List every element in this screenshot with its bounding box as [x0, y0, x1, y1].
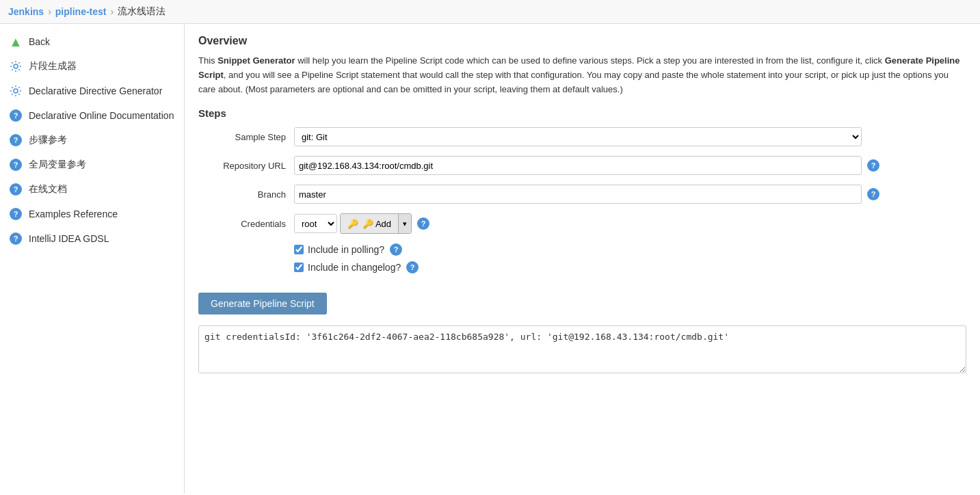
add-caret-button[interactable]: ▾ [398, 214, 411, 233]
gear-icon-2 [8, 83, 23, 98]
sidebar-item-step-reference[interactable]: ? 步骤参考 [0, 128, 184, 152]
question-icon-2: ? [8, 133, 23, 148]
include-polling-label: Include in polling? [308, 244, 384, 255]
sidebar-item-global-variables[interactable]: ? 全局变量参考 [0, 152, 184, 177]
svg-point-1 [14, 89, 18, 93]
include-polling-row: Include in polling? ? [294, 243, 966, 256]
credentials-controls: root none 🔑 🔑 Add ▾ [294, 213, 412, 234]
overview-snippet-bold: Snippet Generator [217, 55, 295, 66]
branch-row: Branch ? [198, 185, 966, 204]
changelog-help-icon[interactable]: ? [406, 261, 419, 273]
sidebar: ▲ Back 片段生成器 Declarative Directive Gener… [0, 24, 185, 494]
key-icon: 🔑 [347, 219, 358, 229]
sidebar-online-docs-label: 在线文档 [29, 183, 67, 196]
back-icon: ▲ [8, 34, 23, 49]
branch-label: Branch [198, 189, 294, 200]
sidebar-snippet-label: 片段生成器 [29, 60, 77, 72]
sidebar-step-reference-label: 步骤参考 [29, 134, 67, 146]
overview-text-mid1: will help you learn the Pipeline Script … [295, 55, 885, 66]
breadcrumb-sep-2: › [110, 6, 114, 17]
repository-url-row: Repository URL ? [198, 156, 966, 175]
main-content: Overview This Snippet Generator will hel… [185, 24, 980, 494]
sidebar-global-variables-label: 全局变量参考 [29, 159, 86, 171]
overview-text: This Snippet Generator will help you lea… [198, 54, 966, 96]
sidebar-item-declarative-directive[interactable]: Declarative Directive Generator [0, 79, 184, 103]
code-output-textarea[interactable] [198, 325, 966, 373]
breadcrumb-jenkins[interactable]: Jenkins [8, 6, 44, 17]
repository-url-label: Repository URL [198, 161, 294, 171]
overview-text-intro: This [198, 55, 217, 66]
overview-title: Overview [198, 35, 966, 47]
sidebar-item-back[interactable]: ▲ Back [0, 29, 184, 54]
sidebar-examples-reference-label: Examples Reference [29, 209, 118, 219]
credentials-row: Credentials root none 🔑 🔑 Add ▾ ? [198, 213, 966, 234]
add-btn-group: 🔑 🔑 Add ▾ [340, 213, 412, 234]
overview-text-mid2: , and you will see a Pipeline Script sta… [198, 70, 949, 94]
breadcrumb: Jenkins › pipline-test › 流水线语法 [0, 0, 980, 24]
question-icon-3: ? [8, 157, 23, 172]
steps-title: Steps [198, 107, 966, 119]
branch-help-icon[interactable]: ? [867, 188, 879, 200]
sidebar-item-examples-reference[interactable]: ? Examples Reference [0, 202, 184, 226]
breadcrumb-pipeline-test[interactable]: pipline-test [55, 6, 107, 17]
include-changelog-row: Include in changelog? ? [294, 261, 966, 273]
sidebar-declarative-online-docs-label: Declarative Online Documentation [29, 110, 174, 121]
question-icon-6: ? [8, 231, 23, 246]
credentials-help-icon[interactable]: ? [417, 217, 429, 230]
sidebar-item-snippet-generator[interactable]: 片段生成器 [0, 54, 184, 79]
add-label: 🔑 Add [361, 219, 391, 229]
polling-help-icon[interactable]: ? [390, 243, 402, 256]
sidebar-item-online-docs[interactable]: ? 在线文档 [0, 177, 184, 202]
generate-pipeline-script-button[interactable]: Generate Pipeline Script [198, 293, 327, 315]
breadcrumb-sep-1: › [48, 6, 51, 17]
breadcrumb-pipeline-syntax: 流水线语法 [118, 5, 165, 18]
branch-input[interactable] [294, 185, 862, 204]
sample-step-select[interactable]: git: Git checkout: Check out from versio… [294, 127, 862, 146]
include-changelog-checkbox[interactable] [294, 263, 304, 272]
checkbox-area: Include in polling? ? Include in changel… [294, 243, 966, 273]
repository-url-input[interactable] [294, 156, 862, 175]
question-icon-1: ? [8, 108, 23, 123]
sidebar-back-label: Back [29, 36, 50, 47]
question-icon-4: ? [8, 182, 23, 197]
svg-point-0 [14, 64, 18, 68]
sample-step-row: Sample Step git: Git checkout: Check out… [198, 127, 966, 146]
sidebar-intellij-gdsl-label: IntelliJ IDEA GDSL [29, 233, 109, 244]
gear-icon-1 [8, 59, 23, 74]
include-changelog-label: Include in changelog? [308, 262, 401, 273]
sidebar-item-declarative-online-docs[interactable]: ? Declarative Online Documentation [0, 103, 184, 128]
question-icon-5: ? [8, 206, 23, 222]
add-button[interactable]: 🔑 🔑 Add [341, 214, 398, 233]
sidebar-item-intellij-gdsl[interactable]: ? IntelliJ IDEA GDSL [0, 226, 184, 251]
repository-url-help-icon[interactable]: ? [867, 159, 879, 172]
credentials-label: Credentials [198, 219, 294, 229]
sidebar-declarative-directive-label: Declarative Directive Generator [29, 85, 162, 96]
credentials-select[interactable]: root none [294, 214, 337, 233]
include-polling-checkbox[interactable] [294, 245, 304, 254]
sample-step-label: Sample Step [198, 132, 294, 142]
